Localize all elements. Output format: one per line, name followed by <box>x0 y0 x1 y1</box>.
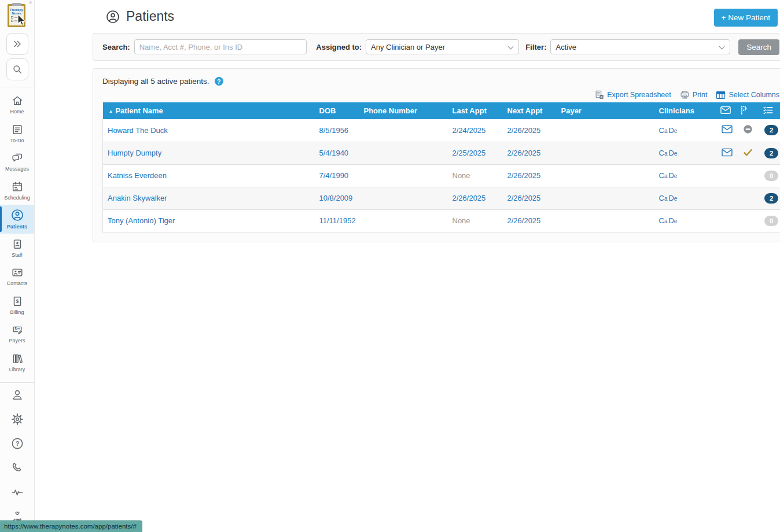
column-header-clinicians[interactable]: Clinicians <box>652 102 715 119</box>
clipboard-clip <box>12 3 21 6</box>
sidebar-item-staff[interactable]: Staff <box>0 234 34 263</box>
print-link[interactable]: Print <box>680 90 708 99</box>
caseload-count-badge[interactable]: 2 <box>764 193 778 204</box>
sidebar-divider <box>0 87 34 87</box>
pulse-icon <box>10 485 24 499</box>
caseload-count-badge[interactable]: 0 <box>764 171 778 181</box>
print-label: Print <box>693 91 708 99</box>
sidebar-item-label: Home <box>10 109 24 114</box>
main-content: Patients + New Patient Search: Assigned … <box>93 0 780 33</box>
sidebar-item-billing[interactable]: $ Billing <box>0 291 34 320</box>
billing-icon: $ <box>11 295 24 308</box>
patient-table-row: Howard The Duck 8/5/1956 2/24/2025 2/26/… <box>103 119 780 142</box>
select-columns-icon <box>716 91 726 99</box>
sidebar-item-payers[interactable]: $ Payers <box>0 319 34 348</box>
sidebar-nav: Home To-Do Messages Scheduling <box>0 90 34 376</box>
assigned-to-value: Any Clinician or Payer <box>371 43 445 51</box>
results-summary-text: Displaying all 5 active patients. <box>102 77 209 86</box>
column-header-next-appt[interactable]: Next Appt <box>502 102 555 119</box>
column-header-patient-name[interactable]: ▲Patient Name <box>103 102 314 119</box>
sidebar-item-label: Messages <box>5 166 29 172</box>
assigned-to-label: Assigned to: <box>316 43 362 51</box>
caseload-count-badge[interactable]: 2 <box>764 148 778 158</box>
envelope-icon <box>722 148 733 157</box>
sidebar-item-scheduling[interactable]: Scheduling <box>0 176 34 205</box>
therapynotes-logo[interactable]: TherapyNotes ® <box>8 4 28 29</box>
column-header-phone[interactable]: Phone Number <box>358 102 447 119</box>
status-filter-value: Active <box>555 43 576 51</box>
sidebar-item-label: To-Do <box>10 138 24 143</box>
print-icon <box>680 90 690 99</box>
user-profile-button[interactable] <box>10 387 25 402</box>
chevron-down-icon <box>508 44 514 50</box>
patient-name-link[interactable]: Tony (Antonio) Tiger <box>108 216 175 225</box>
column-header-caseload[interactable] <box>757 102 780 119</box>
column-header-last-appt[interactable]: Last Appt <box>447 102 502 119</box>
browser-status-url: https://www.therapynotes.com/app/patient… <box>0 520 142 532</box>
page-header: Patients + New Patient <box>93 0 780 33</box>
patient-name-link[interactable]: Humpty Dumpty <box>108 149 161 157</box>
export-spreadsheet-link[interactable]: Export Spreadsheet <box>595 90 671 99</box>
patient-name-link[interactable]: Anakin Skywalker <box>108 194 167 202</box>
sidebar-search-button[interactable] <box>6 58 28 80</box>
help-circle-icon: ? <box>10 437 24 450</box>
export-spreadsheet-icon <box>595 90 604 99</box>
export-spreadsheet-label: Export Spreadsheet <box>607 91 671 99</box>
messages-icon <box>11 152 24 164</box>
search-button[interactable]: Search <box>738 39 779 55</box>
summary-help-icon[interactable]: ? <box>215 77 223 86</box>
search-input[interactable] <box>134 39 307 54</box>
sidebar-expand-button[interactable] <box>6 33 28 55</box>
patient-table-row: Anakin Skywalker 10/8/2009 2/26/2025 2/2… <box>103 187 780 209</box>
column-header-dob[interactable]: DOB <box>314 102 358 119</box>
patient-clinicians: CaDe <box>659 171 679 180</box>
sidebar-item-library[interactable]: Library <box>0 348 34 377</box>
staff-badge-icon <box>11 238 24 250</box>
checklist-icon <box>763 105 774 115</box>
library-books-icon <box>11 352 24 365</box>
table-actions: Export Spreadsheet Print Select Columns <box>102 90 779 99</box>
send-message-button[interactable] <box>722 125 733 134</box>
mouse-cursor-icon <box>17 14 27 27</box>
status-filter-select[interactable]: Active <box>550 39 730 54</box>
sidebar-item-label: Billing <box>10 309 24 315</box>
patient-next-appt: 2/26/2025 <box>507 171 541 180</box>
send-message-button[interactable] <box>722 148 733 157</box>
patient-dob: 10/8/2009 <box>319 194 353 202</box>
sidebar-item-todo[interactable]: To-Do <box>0 119 34 148</box>
payers-icon: $ <box>11 323 24 336</box>
column-header-payer[interactable]: Payer <box>555 102 652 119</box>
search-icon <box>12 64 23 75</box>
column-header-messages[interactable] <box>715 102 734 119</box>
sidebar-item-patients[interactable]: Patients <box>0 205 34 234</box>
sidebar-bottom-icons: ? <box>0 387 34 524</box>
caseload-count-badge[interactable]: 0 <box>764 216 778 226</box>
patients-table-body: Howard The Duck 8/5/1956 2/24/2025 2/26/… <box>103 119 780 232</box>
patient-name-link[interactable]: Katniss Everdeen <box>108 171 167 180</box>
sidebar-divider <box>0 382 34 383</box>
svg-text:?: ? <box>15 440 19 447</box>
sidebar-item-contacts[interactable]: Contacts <box>0 262 34 291</box>
assigned-to-select[interactable]: Any Clinician or Payer <box>366 39 519 54</box>
patients-title-icon <box>105 9 120 24</box>
patient-dob: 7/4/1990 <box>319 171 349 180</box>
new-patient-button[interactable]: + New Patient <box>714 9 778 27</box>
select-columns-link[interactable]: Select Columns <box>716 91 779 99</box>
svg-text:$: $ <box>16 298 19 304</box>
sidebar-item-label: Library <box>9 367 25 372</box>
page-title: Patients <box>105 9 174 24</box>
activity-button[interactable] <box>10 485 25 500</box>
search-label: Search: <box>102 43 130 51</box>
phone-button[interactable] <box>10 460 25 475</box>
envelope-icon <box>722 125 733 134</box>
phone-icon <box>10 461 24 475</box>
column-header-portal[interactable] <box>734 102 757 119</box>
patient-next-appt: 2/26/2025 <box>507 126 541 135</box>
settings-button[interactable] <box>10 412 25 427</box>
sidebar-item-messages[interactable]: Messages <box>0 147 34 176</box>
sidebar-item-home[interactable]: Home <box>0 90 34 119</box>
contacts-card-icon <box>11 266 24 279</box>
patient-name-link[interactable]: Howard The Duck <box>108 126 168 135</box>
help-button[interactable]: ? <box>10 436 25 451</box>
caseload-count-badge[interactable]: 2 <box>764 125 778 135</box>
